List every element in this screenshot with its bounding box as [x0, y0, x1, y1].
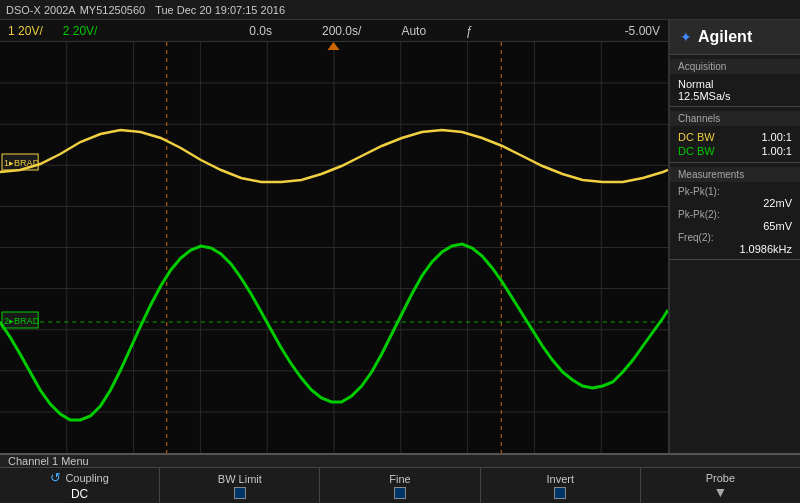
time-offset: 0.0s — [249, 24, 272, 38]
probe-label: Probe — [706, 472, 735, 484]
coupling-icon: ↺ — [50, 470, 61, 485]
invert-label: Invert — [546, 473, 574, 485]
coupling-button[interactable]: ↺ Coupling DC — [0, 468, 160, 503]
measurements-section: Measurements Pk-Pk(1): 22mV Pk-Pk(2): 65… — [670, 163, 800, 260]
ch1-coupling: DC BW — [678, 131, 715, 143]
trig-mode: Auto — [401, 24, 426, 38]
main-area: 1 20V/ 2 20V/ 0.0s 200.0s/ Auto ƒ -5.00V — [0, 20, 800, 453]
agilent-header: ✦ Agilent — [670, 20, 800, 55]
time-scale: 200.0s/ — [322, 24, 361, 38]
ch1-scale: 1.00:1 — [761, 131, 792, 143]
acquisition-section: Acquisition Normal 12.5MSa/s — [670, 55, 800, 107]
model-serial: DSO-X 2002A — [6, 4, 76, 16]
ch2-scale-indicator: 2 20V/ — [63, 24, 98, 38]
ch2-row: DC BW 1.00:1 — [678, 144, 792, 158]
bw-limit-label: BW Limit — [218, 473, 262, 485]
oscilloscope-screen: DSO-X 2002A MY51250560 Tue Dec 20 19:07:… — [0, 0, 800, 503]
ch2-coupling: DC BW — [678, 145, 715, 157]
ch1-scale-indicator: 1 20V/ — [8, 24, 43, 38]
pkpk2-value: 65mV — [678, 220, 792, 232]
scope-grid: 1▸BRAD 2▸BRAD — [0, 42, 668, 453]
probe-arrow-icon: ▼ — [713, 484, 727, 500]
scope-display: 1 20V/ 2 20V/ 0.0s 200.0s/ Auto ƒ -5.00V — [0, 20, 670, 453]
acq-mode: Normal — [678, 78, 792, 90]
channel-bar: 1 20V/ 2 20V/ 0.0s 200.0s/ Auto ƒ -5.00V — [0, 20, 668, 42]
agilent-logo-icon: ✦ — [680, 29, 692, 45]
svg-text:2▸BRAD: 2▸BRAD — [4, 316, 40, 326]
right-panel: ✦ Agilent Acquisition Normal 12.5MSa/s C… — [670, 20, 800, 453]
freq2-value: 1.0986kHz — [678, 243, 792, 255]
freq2-label: Freq(2): — [678, 232, 792, 243]
coupling-label: Coupling — [65, 472, 108, 484]
invert-indicator — [554, 487, 566, 499]
menu-buttons: ↺ Coupling DC BW Limit Fine Invert — [0, 468, 800, 503]
channels-section: Channels DC BW 1.00:1 DC BW 1.00:1 — [670, 107, 800, 163]
agilent-brand: Agilent — [698, 28, 752, 46]
trig-indicator: ƒ — [466, 24, 473, 38]
channels-title: Channels — [670, 111, 800, 126]
serial-number: MY51250560 — [80, 4, 145, 16]
menu-title: Channel 1 Menu — [0, 455, 800, 468]
pkpk2-label: Pk-Pk(2): — [678, 209, 792, 220]
bw-limit-button[interactable]: BW Limit — [160, 468, 320, 503]
bw-limit-indicator — [234, 487, 246, 499]
probe-button[interactable]: Probe ▼ — [641, 468, 800, 503]
coupling-value: DC — [71, 487, 88, 501]
fine-button[interactable]: Fine — [320, 468, 480, 503]
datetime: Tue Dec 20 19:07:15 2016 — [155, 4, 285, 16]
bottom-menu: Channel 1 Menu ↺ Coupling DC BW Limit Fi… — [0, 453, 800, 503]
top-bar: DSO-X 2002A MY51250560 Tue Dec 20 19:07:… — [0, 0, 800, 20]
acquisition-title: Acquisition — [670, 59, 800, 74]
acq-sample-rate: 12.5MSa/s — [678, 90, 792, 102]
ch1-row: DC BW 1.00:1 — [678, 130, 792, 144]
measurements-title: Measurements — [670, 167, 800, 182]
fine-label: Fine — [389, 473, 410, 485]
fine-indicator — [394, 487, 406, 499]
pkpk1-value: 22mV — [678, 197, 792, 209]
pkpk1-label: Pk-Pk(1): — [678, 186, 792, 197]
ch2-scale: 1.00:1 — [761, 145, 792, 157]
invert-button[interactable]: Invert — [481, 468, 641, 503]
trig-level: -5.00V — [625, 24, 660, 38]
